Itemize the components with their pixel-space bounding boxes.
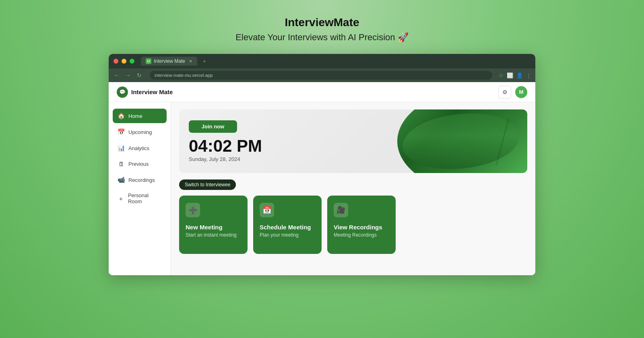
forward-button[interactable]: → <box>124 71 132 79</box>
bookmark-icon[interactable]: ☆ <box>499 72 504 78</box>
sidebar-item-recordings[interactable]: 📹 Recordings <box>113 173 167 187</box>
card-view-recordings[interactable]: 🎥 View Recordings Meeting Recordings <box>327 196 396 254</box>
sidebar-item-analytics[interactable]: 📊 Analytics <box>113 141 167 155</box>
schedule-meeting-title: Schedule Meeting <box>260 224 315 231</box>
sidebar-label-upcoming: Upcoming <box>128 129 152 135</box>
personal-room-icon: + <box>118 195 124 202</box>
browser-window: M Interview Mate ✕ + ← → ↻ interview-mat… <box>109 54 535 275</box>
back-button[interactable]: ← <box>113 71 121 79</box>
app-shell: 💬 Interview Mate ⚙ M 🏠 Home <box>109 82 535 275</box>
browser-toolbar: ← → ↻ interview-mate-mu.vercel.app ☆ ⬜ 👤… <box>109 68 535 82</box>
analytics-icon: 📊 <box>118 144 125 152</box>
user-avatar[interactable]: M <box>515 86 527 98</box>
tab-favicon: M <box>146 58 151 64</box>
view-recordings-title: View Recordings <box>334 224 389 231</box>
settings-button[interactable]: ⚙ <box>498 86 511 99</box>
switch-interviewee-button[interactable]: Switch to Interviewee <box>179 179 236 190</box>
card-new-meeting[interactable]: ➕ New Meeting Start an instant meeting <box>179 196 248 254</box>
upcoming-icon: 📅 <box>118 128 125 136</box>
avatar-initial: M <box>519 89 524 95</box>
app-header: 💬 Interview Mate ⚙ M <box>109 82 535 102</box>
app-logo: 💬 Interview Mate <box>117 87 173 98</box>
hero-leaf-decoration <box>390 109 527 173</box>
view-recordings-subtitle: Meeting Recordings <box>334 232 389 238</box>
schedule-meeting-icon: 📅 <box>260 203 274 217</box>
tab-close-icon[interactable]: ✕ <box>189 59 192 64</box>
new-meeting-icon: ➕ <box>186 203 200 217</box>
view-recordings-icon: 🎥 <box>334 203 348 217</box>
refresh-button[interactable]: ↻ <box>135 71 143 79</box>
sidebar-label-previous: Previous <box>128 161 149 167</box>
logo-text: Interview Mate <box>131 89 173 95</box>
join-now-button[interactable]: Join now <box>189 120 237 133</box>
card-schedule-meeting[interactable]: 📅 Schedule Meeting Plan your meeting <box>253 196 322 254</box>
sidebar-item-personal-room[interactable]: + Personal Room <box>113 189 167 208</box>
recordings-icon: 📹 <box>118 176 125 183</box>
sidebar-label-recordings: Recordings <box>128 177 155 183</box>
page-header: InterviewMate Elevate Your Interviews wi… <box>109 16 535 43</box>
sidebar-item-upcoming[interactable]: 📅 Upcoming <box>113 125 167 139</box>
app-body: 🏠 Home 📅 Upcoming 📊 Analytics 🗓 Previous… <box>109 102 535 275</box>
page-title: InterviewMate <box>109 16 535 29</box>
url-text: interview-mate-mu.vercel.app <box>155 73 213 78</box>
header-right: ⚙ M <box>498 86 527 99</box>
main-content: Join now 04:02 PM Sunday, July 28, 2024 … <box>171 102 535 275</box>
new-meeting-title: New Meeting <box>186 224 241 231</box>
new-meeting-subtitle: Start an instant meeting <box>186 232 241 238</box>
settings-icon: ⚙ <box>502 89 508 95</box>
sidebar-label-analytics: Analytics <box>128 145 149 151</box>
new-tab-icon[interactable]: + <box>203 58 206 64</box>
sidebar-item-home[interactable]: 🏠 Home <box>113 109 167 123</box>
hero-banner: Join now 04:02 PM Sunday, July 28, 2024 <box>179 109 527 173</box>
previous-icon: 🗓 <box>118 161 125 167</box>
sidebar-label-personal-room: Personal Room <box>128 192 162 204</box>
address-bar[interactable]: interview-mate-mu.vercel.app <box>150 71 492 80</box>
page-tagline: Elevate Your Interviews with AI Precisio… <box>109 32 535 43</box>
close-button[interactable] <box>114 59 118 64</box>
browser-tab[interactable]: M Interview Mate ✕ <box>141 57 197 66</box>
tab-label: Interview Mate <box>154 58 185 64</box>
schedule-meeting-subtitle: Plan your meeting <box>260 232 315 238</box>
page-wrapper: InterviewMate Elevate Your Interviews wi… <box>109 16 535 275</box>
maximize-button[interactable] <box>130 59 134 64</box>
action-cards: ➕ New Meeting Start an instant meeting 📅… <box>179 196 527 254</box>
browser-titlebar: M Interview Mate ✕ + <box>109 54 535 68</box>
menu-icon[interactable]: ⋮ <box>526 72 531 78</box>
home-icon: 🏠 <box>118 112 125 120</box>
sidebar-label-home: Home <box>128 113 142 119</box>
extension-icon[interactable]: ⬜ <box>507 72 513 78</box>
minimize-button[interactable] <box>122 59 126 64</box>
logo-icon: 💬 <box>117 87 128 98</box>
toolbar-icons: ☆ ⬜ 👤 ⋮ <box>499 72 531 78</box>
sidebar-item-previous[interactable]: 🗓 Previous <box>113 157 167 171</box>
sidebar: 🏠 Home 📅 Upcoming 📊 Analytics 🗓 Previous… <box>109 102 171 275</box>
profile-icon[interactable]: 👤 <box>516 72 523 78</box>
